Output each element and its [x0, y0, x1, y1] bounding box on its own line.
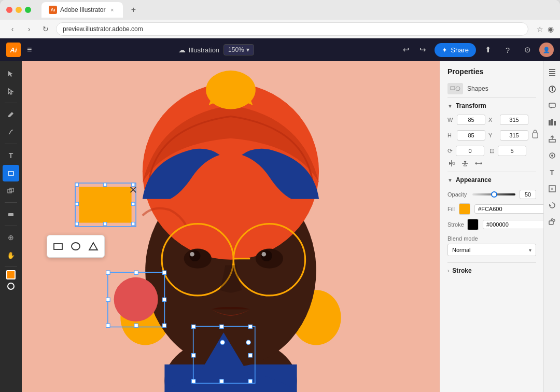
discover-button[interactable]: ⊙	[520, 42, 535, 58]
appearance-arrow-icon: ▼	[447, 177, 453, 183]
rotate-input[interactable]	[456, 146, 484, 156]
app: Ai ≡ ☁ Illustration 150% ▾ ↩ ↪ ✦ Share ⬆…	[0, 38, 560, 392]
y-input[interactable]	[500, 130, 528, 141]
svg-point-18	[190, 252, 194, 257]
text-tool[interactable]: T	[3, 147, 19, 164]
shape-tool[interactable]	[3, 165, 19, 181]
height-input[interactable]	[457, 130, 485, 141]
zoom-tool[interactable]: ⊕	[3, 229, 19, 246]
width-input[interactable]	[457, 115, 485, 125]
active-tab[interactable]: Ai Adobe Illustrator ×	[41, 2, 123, 18]
pen-tool[interactable]	[3, 106, 19, 123]
effects-panel-button[interactable]	[545, 148, 559, 163]
svg-marker-66	[475, 162, 477, 165]
transform-panel-button[interactable]	[545, 181, 559, 196]
stroke-color-swatch[interactable]	[467, 219, 479, 230]
fill-hex-input[interactable]	[474, 204, 543, 214]
scale-input[interactable]	[498, 146, 526, 156]
eraser-tool[interactable]	[3, 206, 19, 222]
minimize-button[interactable]	[16, 7, 22, 13]
opacity-thumb[interactable]	[491, 191, 497, 198]
opacity-value-input[interactable]	[520, 190, 536, 199]
plugins-panel-button[interactable]	[545, 215, 559, 229]
close-button[interactable]	[6, 7, 12, 13]
fill-color-swatch[interactable]	[6, 270, 16, 279]
refresh-button[interactable]: ↻	[39, 23, 52, 35]
right-icon-rail: T	[543, 61, 560, 392]
svg-rect-80	[549, 139, 555, 142]
type-panel-button[interactable]: T	[545, 165, 559, 179]
zoom-select[interactable]: 150% ▾	[223, 44, 254, 55]
shape-builder-tool[interactable]	[3, 183, 19, 199]
stroke-section-header[interactable]: › Stroke	[440, 263, 543, 278]
canvas-area[interactable]	[22, 61, 440, 392]
menu-button[interactable]: ≡	[25, 43, 34, 57]
new-tab-button[interactable]: +	[127, 4, 139, 16]
help-button[interactable]: ?	[500, 42, 515, 58]
lock-proportions-button[interactable]	[531, 129, 539, 142]
hand-tool[interactable]: ✋	[3, 247, 19, 263]
stroke-color-swatch[interactable]	[7, 283, 15, 290]
svg-rect-26	[132, 183, 135, 186]
flip-vertical-button[interactable]	[461, 159, 469, 167]
tab-close-button[interactable]: ×	[108, 6, 116, 13]
svg-rect-61	[533, 133, 538, 138]
tool-separator-1	[5, 103, 17, 103]
profile-icon[interactable]: ◉	[548, 25, 554, 33]
blend-mode-select[interactable]: Normal ▾	[447, 244, 536, 256]
svg-point-52	[220, 340, 225, 345]
forward-button[interactable]: ›	[23, 23, 35, 35]
svg-rect-30	[103, 222, 106, 225]
properties-panel-button[interactable]	[545, 82, 559, 96]
opacity-label: Opacity	[447, 191, 468, 198]
upload-button[interactable]: ⬆	[480, 42, 496, 58]
svg-rect-56	[54, 244, 62, 249]
select-tool[interactable]	[3, 65, 19, 82]
redo-button[interactable]: ↪	[415, 42, 430, 58]
blend-mode-section: Blend mode Normal ▾	[447, 235, 536, 256]
x-input[interactable]	[500, 115, 528, 125]
share-button[interactable]: ✦ Share	[435, 43, 476, 57]
svg-rect-59	[451, 87, 455, 90]
transform-section-label: Transform	[456, 102, 486, 109]
undo-button[interactable]: ↩	[398, 42, 414, 58]
browser-action-icons: ☆ ◉	[537, 25, 554, 33]
share-label: Share	[451, 46, 469, 54]
transform-section-header[interactable]: ▼ Transform	[440, 98, 543, 114]
fill-color-swatch[interactable]	[459, 203, 470, 215]
rotate-icon: ⟳	[447, 147, 453, 155]
svg-rect-75	[552, 90, 553, 91]
libraries-panel-button[interactable]	[545, 115, 559, 130]
opacity-slider[interactable]	[472, 193, 515, 195]
svg-rect-69	[549, 71, 555, 72]
ellipse-tool-popup[interactable]	[68, 239, 83, 254]
comments-panel-button[interactable]	[545, 99, 559, 113]
address-bar[interactable]: preview.illustrator.adobe.com	[56, 22, 528, 36]
export-panel-button[interactable]	[545, 132, 559, 146]
rectangle-tool-popup[interactable]	[50, 239, 66, 254]
stroke-hex-input[interactable]	[483, 220, 543, 229]
svg-point-60	[456, 87, 460, 91]
bookmark-icon[interactable]: ☆	[537, 25, 543, 33]
direct-select-tool[interactable]	[3, 83, 19, 100]
svg-point-83	[551, 155, 553, 157]
pencil-tool[interactable]	[3, 124, 19, 141]
layers-panel-button[interactable]	[545, 65, 559, 80]
back-button[interactable]: ‹	[6, 23, 19, 35]
browser-titlebar: Ai Adobe Illustrator × +	[0, 0, 560, 20]
tab-title: Adobe Illustrator	[60, 6, 105, 13]
shapes-label: Shapes	[467, 85, 488, 92]
user-avatar[interactable]: 👤	[539, 43, 554, 57]
triangle-tool-popup[interactable]	[86, 239, 101, 254]
tool-separator-4	[5, 226, 17, 226]
svg-rect-28	[132, 202, 135, 205]
svg-rect-37	[106, 298, 110, 301]
svg-rect-48	[248, 354, 252, 357]
flip-horizontal-button[interactable]	[447, 159, 456, 167]
fullscreen-button[interactable]	[25, 7, 31, 13]
canvas-rectangle[interactable]	[75, 183, 136, 227]
align-button[interactable]	[474, 159, 483, 167]
history-panel-button[interactable]	[545, 198, 559, 213]
svg-rect-51	[248, 380, 252, 383]
appearance-section-header[interactable]: ▼ Appearance	[440, 172, 543, 188]
